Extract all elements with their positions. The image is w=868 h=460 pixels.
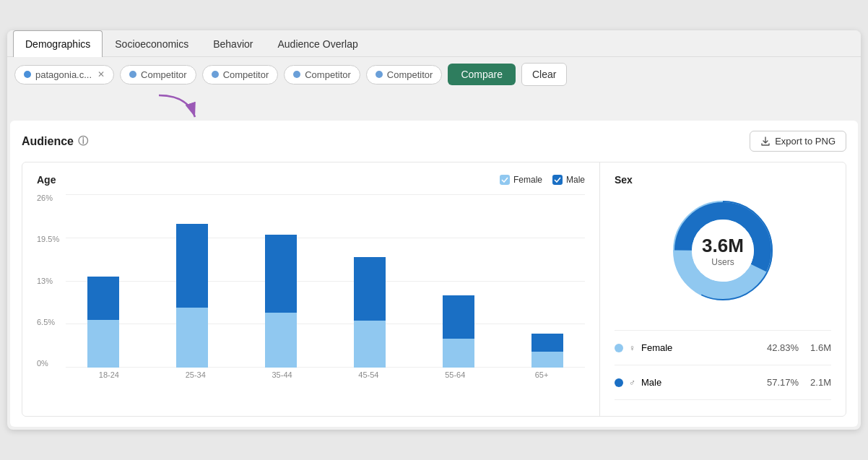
age-chart-title: Age xyxy=(37,174,56,186)
sex-legend-male-left: ♂ Male xyxy=(615,377,661,388)
donut-value: 3.6M xyxy=(702,235,744,257)
age-section: Age Female Male xyxy=(22,162,600,416)
competitor-chip-2[interactable]: Competitor xyxy=(202,65,279,84)
donut-container: 3.6M Users xyxy=(615,193,831,308)
sex-legend: ♀ Female 42.83% 1.6M ♂ Male xyxy=(615,326,831,404)
bar-female-35-44 xyxy=(265,313,297,368)
bar-stack-25-34 xyxy=(176,224,208,368)
audience-title: Audience ⓘ xyxy=(22,135,88,148)
bar-female-65plus xyxy=(531,352,563,368)
male-legend-label: Male xyxy=(566,175,585,185)
y-axis: 26% 19.5% 13% 6.5% 0% xyxy=(37,194,59,368)
competitor-chip-1[interactable]: Competitor xyxy=(120,65,196,84)
active-site-dot xyxy=(24,71,31,78)
bar-female-55-64 xyxy=(443,339,474,368)
bar-35-44 xyxy=(243,235,319,368)
male-count: 2.1M xyxy=(810,377,831,388)
sex-legend-female-left: ♀ Female xyxy=(615,342,672,353)
bar-male-35-44 xyxy=(265,235,297,313)
grid-line-1 xyxy=(66,194,585,195)
close-icon[interactable]: ✕ xyxy=(97,69,105,79)
y-label-0: 26% xyxy=(37,194,59,202)
info-icon[interactable]: ⓘ xyxy=(78,135,88,148)
tab-behavior[interactable]: Behavior xyxy=(201,30,265,57)
sex-section: Sex xyxy=(600,162,846,416)
y-label-4: 0% xyxy=(37,360,59,368)
competitor-dot-1 xyxy=(129,71,136,78)
sex-legend-female-right: 42.83% 1.6M xyxy=(767,342,831,353)
bar-55-64 xyxy=(420,295,496,368)
competitor-chip-3[interactable]: Competitor xyxy=(284,65,360,84)
female-dot xyxy=(615,344,623,352)
male-checkbox[interactable] xyxy=(552,175,563,185)
export-button[interactable]: Export to PNG xyxy=(750,131,846,152)
competitor-label-3: Competitor xyxy=(305,69,351,80)
legend-female: Female xyxy=(500,175,542,185)
active-site-chip[interactable]: patagonia.c... ✕ xyxy=(14,65,114,84)
bar-female-18-24 xyxy=(87,320,119,368)
male-pct: 57.17% xyxy=(767,377,799,388)
bar-male-45-54 xyxy=(354,257,386,321)
charts-row: Age Female Male xyxy=(22,162,846,417)
x-label-25-34: 25-34 xyxy=(152,370,239,379)
female-label: Female xyxy=(641,342,672,353)
bar-stack-65plus xyxy=(531,334,563,368)
y-label-2: 13% xyxy=(37,277,59,285)
clear-button[interactable]: Clear xyxy=(521,63,567,86)
export-icon xyxy=(760,136,771,147)
competitor-chip-4[interactable]: Competitor xyxy=(366,65,443,84)
y-label-1: 19.5% xyxy=(37,235,59,243)
bar-stack-45-54 xyxy=(354,257,386,368)
tab-demographics[interactable]: Demographics xyxy=(13,30,103,57)
bar-stack-18-24 xyxy=(87,277,119,368)
female-gender-icon: ♀ xyxy=(629,343,635,353)
male-label: Male xyxy=(641,377,661,388)
x-label-55-64: 55-64 xyxy=(412,370,498,379)
x-label-45-54: 45-54 xyxy=(325,370,412,379)
bar-stack-35-44 xyxy=(265,235,297,368)
legend-male: Male xyxy=(552,175,585,185)
tab-socioeconomics[interactable]: Socioeconomics xyxy=(103,30,201,57)
bar-male-18-24 xyxy=(87,277,119,320)
bars-group xyxy=(66,224,585,368)
bar-25-34 xyxy=(155,224,230,368)
x-axis: 18-24 25-34 35-44 45-54 55-64 65+ xyxy=(37,370,585,379)
age-bar-chart: 26% 19.5% 13% 6.5% 0% xyxy=(37,194,585,396)
audience-header: Audience ⓘ Export to PNG xyxy=(22,131,846,152)
competitor-label-2: Competitor xyxy=(223,69,269,80)
competitor-dot-3 xyxy=(293,71,300,78)
male-gender-icon: ♂ xyxy=(629,378,635,388)
bar-male-25-34 xyxy=(176,224,208,308)
male-dot xyxy=(615,378,623,387)
competitor-dot-4 xyxy=(376,71,383,78)
sex-legend-male-row: ♂ Male 57.17% 2.1M xyxy=(615,377,831,388)
compare-button[interactable]: Compare xyxy=(448,64,516,85)
competitor-label-4: Competitor xyxy=(387,69,433,80)
female-pct: 42.83% xyxy=(767,342,799,353)
bar-65plus xyxy=(509,334,585,368)
female-legend-label: Female xyxy=(513,175,542,185)
bar-male-65plus xyxy=(531,334,563,352)
age-legend: Female Male xyxy=(500,175,585,185)
sex-legend-female-row: ♀ Female 42.83% 1.6M xyxy=(615,342,831,353)
bar-female-45-54 xyxy=(354,321,386,368)
bar-female-25-34 xyxy=(176,308,208,368)
active-site-label: patagonia.c... xyxy=(35,69,92,80)
sex-chart-title: Sex xyxy=(615,174,831,186)
sex-legend-male-right: 57.17% 2.1M xyxy=(767,377,831,388)
toolbar-row: patagonia.c... ✕ Competitor Competitor C… xyxy=(7,57,861,92)
x-label-18-24: 18-24 xyxy=(66,370,152,379)
bar-stack-55-64 xyxy=(443,295,474,368)
donut-center-text: 3.6M Users xyxy=(702,235,744,267)
age-chart-header: Age Female Male xyxy=(37,174,585,186)
female-checkbox[interactable] xyxy=(500,175,510,185)
competitor-label-1: Competitor xyxy=(141,69,187,80)
donut-label: Users xyxy=(702,257,744,267)
bar-male-55-64 xyxy=(443,295,474,339)
content-area: Audience ⓘ Export to PNG Age xyxy=(10,121,858,427)
sex-divider-1 xyxy=(615,330,831,331)
tab-audience-overlap[interactable]: Audience Overlap xyxy=(265,30,370,57)
x-label-65plus: 65+ xyxy=(498,370,585,379)
bar-chart-inner: 26% 19.5% 13% 6.5% 0% xyxy=(37,194,585,368)
bar-18-24 xyxy=(66,277,142,368)
